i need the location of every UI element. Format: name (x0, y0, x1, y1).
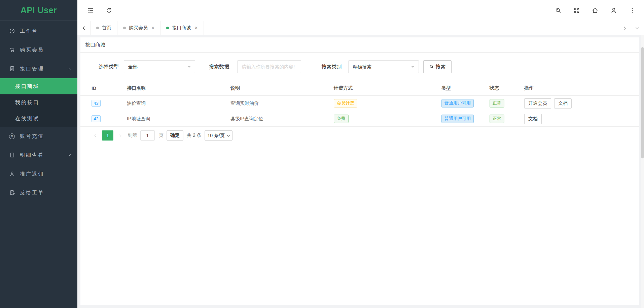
chevron-down-icon (67, 152, 71, 158)
cart-icon (9, 47, 15, 53)
status-badge: 正常 (490, 115, 504, 123)
sidebar: API User 工作台购买会员接口管理接口商城我的接口在线测试¥账号充值明细查… (0, 0, 77, 308)
table-row: 42IP地址查询县级IP查询定位免费普通用户可用正常文档 (80, 111, 639, 127)
open-membership-button[interactable]: 开通会员 (524, 98, 551, 109)
content-area: 接口商城 选择类型 全部 搜索数据: 搜索类别 精确搜索 (77, 35, 644, 308)
docs-button[interactable]: 文档 (554, 98, 572, 109)
api-table: ID接口名称说明计费方式类型状态操作43油价查询查询实时油价会员计费普通用户可用… (80, 81, 639, 127)
billing-badge: 会员计费 (334, 99, 357, 107)
sidebar-menu: 工作台购买会员接口管理接口商城我的接口在线测试¥账号充值明细查看推广返佣反馈工单 (0, 21, 77, 308)
tab-status-dot (166, 27, 169, 29)
confirm-button[interactable]: 确定 (167, 130, 183, 141)
chevron-down-icon (226, 134, 230, 138)
column-header: 类型 (441, 85, 490, 91)
collapse-sidebar-icon[interactable] (87, 7, 94, 14)
id-badge: 42 (92, 115, 101, 122)
sidebar-item-buy-membership[interactable]: 购买会员 (0, 40, 77, 59)
column-header: 计费方式 (334, 85, 441, 91)
tab-home[interactable]: 首页 (91, 21, 117, 35)
column-header: ID (92, 86, 127, 91)
search-button[interactable]: 搜索 (423, 60, 452, 73)
dashboard-icon (9, 28, 15, 34)
id-badge: 43 (92, 100, 101, 107)
api-description-cell: 县级IP查询定位 (230, 116, 334, 122)
tab-status-dot (123, 27, 126, 29)
docs-button[interactable]: 文档 (524, 114, 542, 124)
page-unit-label: 页 (159, 132, 164, 138)
caret-down-icon (411, 66, 415, 69)
column-header: 接口名称 (127, 85, 230, 91)
goto-label: 到第 (128, 132, 137, 138)
type-badge: 普通用户可用 (441, 115, 474, 123)
refresh-icon[interactable] (105, 7, 113, 14)
search-category-label: 搜索类别 (321, 64, 342, 70)
sidebar-item-feedback-ticket[interactable]: 反馈工单 (0, 183, 77, 202)
yen-circle-icon: ¥ (9, 133, 15, 140)
total-count-label: 共 2 条 (187, 132, 202, 138)
caret-down-icon (187, 66, 191, 69)
document-icon (9, 66, 15, 72)
type-filter-label: 选择类型 (99, 64, 119, 70)
more-icon[interactable] (629, 7, 636, 14)
topbar (77, 0, 644, 21)
home-icon[interactable] (592, 7, 599, 14)
document-icon (9, 152, 15, 158)
app-window: API User 工作台购买会员接口管理接口商城我的接口在线测试¥账号充值明细查… (0, 0, 644, 308)
tab-buy-membership[interactable]: 购买会员× (117, 21, 160, 35)
sidebar-item-detail-view[interactable]: 明细查看 (0, 146, 77, 164)
sidebar-item-promotion-rebate[interactable]: 推广返佣 (0, 164, 77, 183)
sidebar-item-api-management[interactable]: 接口管理 (0, 59, 77, 78)
page-size-select[interactable]: 10 条/页 (205, 130, 232, 141)
scrollbar-track[interactable] (641, 35, 644, 308)
api-mall-card: 接口商城 选择类型 全部 搜索数据: 搜索类别 精确搜索 (80, 37, 639, 305)
sidebar-item-online-test[interactable]: 在线测试 (0, 111, 77, 127)
type-select[interactable]: 全部 (124, 60, 195, 73)
tab-status-dot (96, 27, 99, 29)
table-row: 43油价查询查询实时油价会员计费普通用户可用正常开通会员文档 (80, 96, 639, 111)
page-title: 接口商城 (80, 37, 639, 53)
api-name-cell: 油价查询 (127, 100, 230, 106)
tabs-next-button[interactable] (618, 21, 631, 35)
type-badge: 普通用户可用 (441, 99, 474, 107)
search-data-label: 搜索数据: (209, 64, 230, 70)
column-header: 操作 (524, 85, 639, 91)
column-header: 说明 (230, 85, 334, 91)
sidebar-item-my-apis[interactable]: 我的接口 (0, 94, 77, 111)
sidebar-submenu: 接口商城我的接口在线测试 (0, 78, 77, 127)
edit-document-icon (9, 190, 15, 196)
pagination: 1 到第 页 确定 共 2 条 10 条/页 (80, 130, 639, 141)
user-icon[interactable] (610, 7, 617, 14)
billing-badge: 免费 (334, 115, 349, 123)
app-logo: API User (0, 0, 77, 21)
search-category-select[interactable]: 精确搜索 (348, 60, 419, 73)
topbar-left-icons (87, 7, 113, 14)
tab-api-mall[interactable]: 接口商城× (160, 21, 204, 35)
tabs-menu-button[interactable] (631, 21, 644, 35)
topbar-right-icons (554, 7, 636, 14)
search-input[interactable] (237, 60, 301, 73)
search-icon[interactable] (554, 7, 562, 14)
fullscreen-icon[interactable] (573, 7, 580, 14)
type-select-value: 全部 (128, 64, 138, 69)
status-badge: 正常 (490, 99, 504, 107)
search-category-value: 精确搜索 (353, 64, 371, 69)
prev-page-button[interactable] (91, 130, 100, 141)
main-area: 首页购买会员×接口商城× 接口商城 选择类型 全部 搜索数据: 搜索类别 (77, 0, 644, 308)
api-name-cell: IP地址查询 (127, 116, 230, 122)
next-page-button[interactable] (116, 130, 124, 141)
tabbar-spacer (204, 21, 618, 35)
filter-bar: 选择类型 全部 搜索数据: 搜索类别 精确搜索 搜索 (80, 53, 639, 81)
column-header: 状态 (490, 85, 524, 91)
close-icon[interactable]: × (194, 25, 198, 31)
goto-page-input[interactable] (140, 130, 155, 141)
scrollbar-thumb[interactable] (641, 47, 644, 158)
current-page-button[interactable]: 1 (102, 130, 113, 141)
tab-bar: 首页购买会员×接口商城× (77, 21, 644, 35)
sidebar-item-workbench[interactable]: 工作台 (0, 22, 77, 40)
sidebar-item-api-mall[interactable]: 接口商城 (0, 78, 77, 94)
close-icon[interactable]: × (151, 25, 154, 31)
api-description-cell: 查询实时油价 (230, 100, 334, 106)
sidebar-item-account-recharge[interactable]: ¥账号充值 (0, 127, 77, 146)
tabs-prev-button[interactable] (77, 21, 91, 35)
table-header: ID接口名称说明计费方式类型状态操作 (80, 81, 639, 96)
